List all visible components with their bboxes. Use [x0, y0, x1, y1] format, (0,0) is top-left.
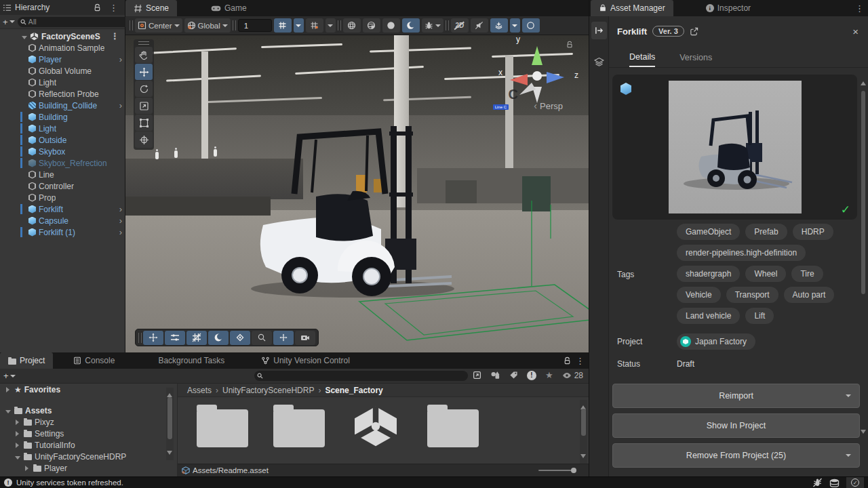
- hierarchy-item[interactable]: Light: [0, 123, 125, 134]
- hierarchy-item[interactable]: Player: [0, 54, 125, 65]
- project-search[interactable]: [254, 371, 468, 381]
- tab-project[interactable]: Project: [0, 352, 53, 369]
- breadcrumb-item[interactable]: Assets: [187, 386, 212, 395]
- tab-asset-manager[interactable]: Asset Manager: [591, 0, 673, 16]
- tab-console[interactable]: Console: [65, 352, 123, 369]
- grid-folder-item[interactable]: [273, 405, 325, 447]
- grid-scrollbar[interactable]: [580, 400, 587, 464]
- search-window-icon[interactable]: [473, 371, 481, 380]
- grid-scene-item[interactable]: [350, 405, 401, 447]
- shaded-wireframe-button[interactable]: [363, 18, 380, 33]
- scene-viewport[interactable]: y x z ‹Persp C Line C: [125, 35, 589, 352]
- tag-chip[interactable]: Prefab: [745, 224, 787, 240]
- tag-chip[interactable]: GameObject: [677, 224, 740, 240]
- panel-scrollbar[interactable]: [860, 76, 867, 439]
- hierarchy-item[interactable]: Global Volume: [0, 65, 125, 77]
- view-options-button[interactable]: [208, 331, 229, 345]
- rotate-tool-button[interactable]: [135, 81, 153, 97]
- hierarchy-item[interactable]: Animation Sample: [0, 42, 125, 54]
- scroll-down-icon[interactable]: [580, 454, 586, 461]
- tree-item[interactable]: Settings: [0, 428, 176, 439]
- collapse-panel-button[interactable]: [591, 22, 607, 39]
- scroll-down-icon[interactable]: [167, 451, 172, 458]
- project-chip[interactable]: Japan Factory: [677, 333, 755, 350]
- tab-versions[interactable]: Versions: [679, 47, 712, 67]
- tag-chip[interactable]: Wheel: [745, 266, 786, 282]
- visible-count[interactable]: 28: [562, 371, 583, 380]
- lock-icon[interactable]: [93, 3, 102, 12]
- tab-details[interactable]: Details: [629, 47, 655, 67]
- grid-snapping-dropdown[interactable]: [326, 18, 336, 33]
- scroll-down-icon[interactable]: [861, 430, 866, 436]
- rect-tool-button[interactable]: [135, 115, 153, 131]
- dock-menu-icon[interactable]: [851, 0, 868, 16]
- hierarchy-item[interactable]: Skybox_Refrection: [0, 157, 125, 169]
- hierarchy-item[interactable]: Outside: [0, 134, 125, 146]
- scrollbar-thumb[interactable]: [861, 91, 865, 294]
- scene-menu-icon[interactable]: [106, 31, 123, 41]
- reimport-button[interactable]: Reimport: [612, 384, 860, 408]
- dropdown-caret-icon[interactable]: [846, 394, 851, 400]
- tab-game[interactable]: Game: [203, 0, 255, 16]
- overlay-grip[interactable]: [138, 333, 142, 343]
- gizmo-z-label[interactable]: z: [574, 70, 578, 80]
- dropdown-caret-icon[interactable]: [846, 454, 851, 460]
- hierarchy-item[interactable]: Light: [0, 77, 125, 88]
- info-badge-icon[interactable]: !: [4, 479, 12, 487]
- hierarchy-item[interactable]: Controller: [0, 180, 125, 192]
- grid-folder-item[interactable]: [197, 405, 248, 447]
- layers-overlay-button[interactable]: [230, 331, 250, 345]
- cache-layers-icon[interactable]: [829, 479, 840, 487]
- tag-chip[interactable]: shadergraph: [677, 266, 740, 282]
- layers-stack-icon[interactable]: [594, 57, 604, 66]
- toolbar-grip[interactable]: [130, 20, 133, 30]
- status-message[interactable]: Unity services token refreshed.: [16, 479, 123, 487]
- tag-chip[interactable]: Transport: [726, 287, 778, 303]
- breadcrumb-item[interactable]: UnityFactorySceneHDRP: [222, 386, 314, 395]
- move-overlay-button[interactable]: [143, 331, 163, 345]
- grid-size-field[interactable]: 1: [238, 19, 272, 32]
- version-badge[interactable]: Ver. 3: [652, 26, 684, 37]
- close-icon[interactable]: ×: [852, 26, 859, 37]
- gizmo-overlay-button[interactable]: [273, 331, 294, 345]
- project-search-input[interactable]: [265, 372, 465, 380]
- thumbnail-size-slider[interactable]: [538, 470, 576, 471]
- hierarchy-item[interactable]: Building_Collide: [0, 100, 125, 111]
- camera-view-toggle[interactable]: [402, 18, 420, 33]
- search-overlay-button[interactable]: [252, 331, 272, 345]
- lock-icon[interactable]: [563, 357, 572, 365]
- grid-visibility-button[interactable]: [186, 331, 207, 345]
- favorites-item[interactable]: ★ Favorites: [0, 384, 176, 395]
- scrollbar-thumb[interactable]: [167, 397, 172, 439]
- project-menu-icon[interactable]: [572, 356, 589, 366]
- hierarchy-scene-root[interactable]: FactorySceneS: [0, 30, 125, 42]
- selection-path[interactable]: Assets/Readme.asset: [193, 466, 269, 474]
- view-tool-button[interactable]: [135, 47, 153, 63]
- hierarchy-menu-icon[interactable]: [105, 3, 122, 13]
- child-arrow-icon[interactable]: [119, 205, 122, 214]
- move-tool-button[interactable]: [135, 64, 153, 80]
- debugger-detached-icon[interactable]: [812, 478, 823, 487]
- child-arrow-icon[interactable]: [119, 101, 122, 110]
- tag-chip[interactable]: render-pipelines.high-definition: [677, 245, 806, 261]
- lighting-toggle[interactable]: [382, 18, 400, 33]
- create-asset-button[interactable]: +: [3, 371, 16, 381]
- projection-mode[interactable]: ‹Persp: [534, 100, 563, 111]
- tab-scene[interactable]: Scene: [125, 0, 177, 16]
- filter-by-type-icon[interactable]: [490, 371, 500, 380]
- tree-item[interactable]: Pixyz: [0, 416, 176, 428]
- tag-chip[interactable]: Lift: [745, 308, 774, 324]
- hierarchy-item[interactable]: Capsule: [0, 215, 125, 226]
- hierarchy-item[interactable]: Skybox: [0, 146, 125, 157]
- scroll-up-icon[interactable]: [861, 79, 866, 85]
- hierarchy-item[interactable]: Line: [0, 169, 125, 180]
- tool-handle-rotation-dropdown[interactable]: Global: [184, 18, 231, 33]
- tag-chip[interactable]: Vehicle: [677, 287, 721, 303]
- tree-item[interactable]: Player: [0, 462, 176, 474]
- audio-mute-toggle[interactable]: [471, 18, 488, 33]
- filter-by-label-icon[interactable]: [509, 371, 518, 380]
- snap-increment-toggle[interactable]: [274, 18, 292, 33]
- forklift-model[interactable]: [251, 111, 454, 298]
- tab-background-tasks[interactable]: Background Tasks: [150, 352, 233, 369]
- remove-from-project-button[interactable]: Remove From Project (25): [612, 443, 860, 468]
